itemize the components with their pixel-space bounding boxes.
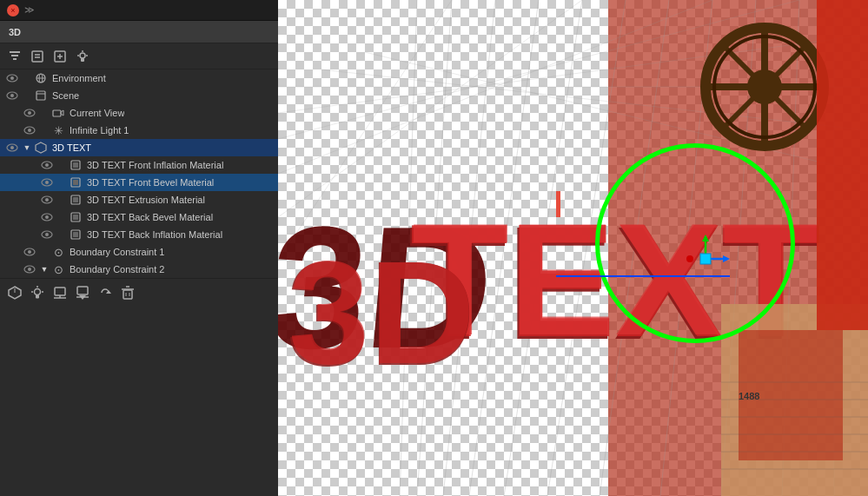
svg-text:3D: 3D [288,231,475,394]
layer-extrusion[interactable]: 3D TEXT Extrusion Material [0,191,278,208]
layer-front-bevel[interactable]: 3D TEXT Front Bevel Material [0,174,278,191]
svg-point-70 [10,94,14,97]
layer-environment[interactable]: Environment [0,69,278,87]
svg-rect-51 [13,58,17,60]
move-to-ground-button[interactable] [50,283,70,302]
svg-marker-81 [36,142,46,153]
svg-rect-47 [700,254,711,264]
constraint-icon: ⊙ [50,261,66,277]
visibility-eye[interactable] [3,87,21,104]
layer-boundary-2[interactable]: ▼ ⊙ Boundary Constraint 2 [0,261,278,278]
svg-point-83 [45,163,49,167]
svg-rect-85 [73,162,78,168]
svg-marker-120 [106,290,111,294]
layer-back-inflation[interactable]: 3D TEXT Back Inflation Material [0,226,278,243]
transform-widget[interactable] [679,233,732,285]
svg-point-99 [45,233,49,236]
svg-rect-42 [817,0,868,330]
scene-filter-icon[interactable] [7,49,23,64]
perspective-lines: 3D TEXT TEXT TEXT 3D 3D 1488 [278,0,868,496]
environment-icon [33,70,49,86]
collapse-button[interactable]: ≫ [24,4,35,16]
visibility-eye[interactable] [38,191,56,208]
svg-point-74 [28,111,31,115]
visibility-eye[interactable] [38,174,56,191]
add-icon[interactable] [52,49,68,64]
axis-line [556,275,730,277]
layer-back-bevel[interactable]: 3D TEXT Back Bevel Material [0,208,278,226]
move-down-button[interactable] [73,283,92,302]
material-icon [68,157,83,173]
delete-button[interactable] [118,283,137,302]
layer-label: Boundary Constraint 1 [70,247,164,257]
svg-point-87 [45,181,49,184]
layer-label: 3D TEXT Back Inflation Material [87,229,222,240]
layer-3d-text[interactable]: ▼ 3D TEXT [0,139,278,156]
add-mesh-button[interactable] [5,283,24,302]
layer-scene[interactable]: Scene [0,87,278,104]
layer-list: Environment Scene Current View [0,69,278,278]
svg-rect-52 [32,51,43,62]
visibility-eye[interactable] [21,261,38,278]
selection-indicator [556,191,560,217]
svg-point-80 [10,146,14,149]
visibility-eye[interactable] [21,104,38,122]
list-icon[interactable] [30,49,45,64]
3d-object-icon [33,140,49,155]
svg-rect-114 [55,288,65,295]
visibility-eye[interactable] [21,243,38,261]
canvas-area[interactable]: 3D TEXT TEXT TEXT 3D 3D 1488 [278,0,868,496]
material-icon [68,192,83,208]
material-icon [68,227,83,242]
svg-rect-93 [73,197,78,202]
panel-title: 3D [9,27,21,37]
svg-point-91 [45,198,49,202]
3d-panel: × ≫ 3D [0,0,278,496]
rotate-button[interactable] [96,283,115,302]
light-icon[interactable] [75,49,90,64]
svg-rect-113 [36,294,39,298]
layer-label: Infinite Light 1 [70,125,129,136]
visibility-eye[interactable] [38,208,56,226]
panel-titlebar: × ≫ [0,0,278,21]
layer-label: 3D TEXT Front Bevel Material [87,177,214,188]
svg-point-108 [35,288,41,294]
svg-rect-89 [73,180,78,185]
svg-rect-63 [81,58,84,62]
add-light-button[interactable] [28,283,47,302]
layer-infinite-light[interactable]: ✳ Infinite Light 1 [0,122,278,139]
scene-icon [33,88,49,103]
layer-current-view[interactable]: Current View [0,104,278,122]
panel-header: 3D [0,21,278,43]
visibility-eye[interactable] [38,226,56,243]
svg-point-48 [686,255,693,262]
material-icon [68,209,83,225]
visibility-eye[interactable] [38,156,56,174]
close-button[interactable]: × [7,4,19,17]
material-icon [68,175,83,190]
layer-label: Boundary Constraint 2 [70,264,164,274]
infinite-light-icon: ✳ [50,122,66,138]
visibility-eye[interactable] [3,139,21,156]
layer-label: 3D TEXT Extrusion Material [87,195,205,205]
svg-marker-44 [702,235,709,241]
layer-label: Current View [70,108,124,118]
svg-point-103 [28,250,31,254]
constraint-icon: ⊙ [50,244,66,260]
visibility-eye[interactable] [21,122,38,139]
layer-boundary-1[interactable]: ⊙ Boundary Constraint 1 [0,243,278,261]
layer-front-inflation[interactable]: 3D TEXT Front Inflation Material [0,156,278,174]
layer-label: Environment [52,73,106,83]
svg-rect-50 [11,55,18,56]
svg-rect-101 [73,232,78,237]
visibility-eye[interactable] [3,69,21,87]
svg-point-78 [28,129,31,132]
svg-point-58 [80,53,85,58]
layer-label: 3D TEXT Front Inflation Material [87,160,223,170]
svg-rect-75 [53,110,61,116]
panel-toolbar [0,43,278,69]
bottom-toolbar [0,278,278,306]
layer-label: Scene [52,90,79,101]
svg-rect-117 [77,287,88,294]
svg-rect-49 [10,51,20,53]
